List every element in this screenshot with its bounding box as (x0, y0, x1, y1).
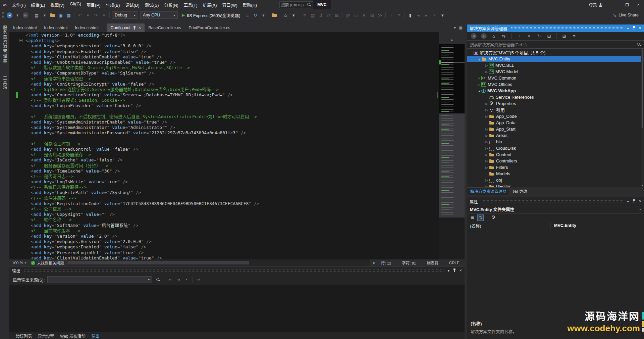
toolbar-duplicate-icon[interactable]: ≫ (376, 11, 384, 19)
panel-tab--[interactable]: 错误列表 (13, 332, 35, 339)
sign-in-button[interactable]: 登录 (589, 2, 602, 8)
pin-icon[interactable] (632, 199, 636, 203)
tree-item-Service-References[interactable]: Service References (467, 94, 644, 100)
code-line-32[interactable]: <add key="RegistrationCode" value="17C42… (25, 201, 439, 206)
panel-tab--[interactable]: 异常设置 (35, 332, 57, 339)
debug-config-select[interactable]: Debug▾ (112, 11, 138, 19)
property-row[interactable]: (名称)MVC.Entity (467, 222, 644, 229)
menu-item-4[interactable]: 项目(P) (84, 0, 103, 10)
collapsed-arrow-icon[interactable]: ▷ (484, 159, 489, 163)
sidebar-tab-server-explorer[interactable]: 服务器资源管理器 (2, 26, 8, 63)
scroll-up-icon[interactable]: ▲ (450, 38, 453, 41)
code-line-6[interactable]: <add key="UnobtrusiveJavaScriptEnabled" … (25, 60, 439, 65)
se-pending-changes-icon[interactable]: ◔ (515, 33, 523, 40)
se-back-icon[interactable]: ◀ (470, 33, 477, 40)
menu-item-7[interactable]: 测试(S) (142, 0, 162, 10)
code-line-11[interactable]: <!-- SqlServer连接字符串:Server=服务器地址;Databas… (25, 87, 439, 92)
menu-item-0[interactable]: 文件(F) (9, 0, 29, 10)
tree-item-App_Start[interactable]: ▷App_Start (467, 126, 644, 132)
menu-item-3[interactable]: Git(G) (67, 0, 84, 10)
close-button[interactable]: × (633, 0, 644, 9)
tree-scrollbar[interactable]: ▾ (641, 49, 644, 187)
editor-tab-printformcontroller-cs[interactable]: PrintFormController.cs (185, 23, 234, 32)
menu-item-11[interactable]: 窗口(W) (219, 0, 240, 10)
collapsed-arrow-icon[interactable]: ▷ (484, 134, 489, 137)
code-line-2[interactable]: <appSettings> (25, 38, 439, 43)
toolbar-outline-icon[interactable]: ≡ (301, 11, 308, 19)
toolbar-clear-bookmarks-icon[interactable]: × (431, 11, 438, 19)
editor-tab-config-xml[interactable]: Config.xml× (107, 23, 145, 32)
se-pending-dropdown-icon[interactable]: ▾ (525, 33, 533, 40)
pin-icon[interactable] (453, 269, 456, 273)
collapsed-arrow-icon[interactable]: ▷ (484, 102, 489, 105)
tree-item-CloudDisk[interactable]: ▷CloudDisk (467, 145, 644, 151)
tab-git-changes[interactable]: Git 更改 (510, 187, 530, 195)
se-collapse-all-icon[interactable]: ⊟ (545, 33, 553, 40)
close-icon[interactable]: × (460, 268, 462, 273)
toolbar-save-icon[interactable]: ▣ (57, 11, 64, 19)
se-switch-views-icon[interactable]: ⇆ (500, 33, 507, 40)
toolbar-bookmark-icon[interactable]: ▮ (407, 11, 414, 19)
tree-item-Filters[interactable]: ▷Filters (467, 164, 644, 171)
code-line-7[interactable]: <!-- 默认数据库软件类型：Oracle,SqlServer,MySql,Ac… (25, 65, 439, 70)
code-line-18[interactable]: <add key="SystemAdministrator" value="Ad… (25, 125, 439, 130)
collapsed-arrow-icon[interactable]: ▷ (484, 128, 489, 131)
code-line-35[interactable]: <!-- 软件名称 --> (25, 217, 439, 223)
code-line-20[interactable] (25, 136, 439, 141)
toolbar-move-lines-icon[interactable]: ⇵ (317, 11, 324, 19)
toolbar-nav-back-dropdown-icon[interactable]: ▾ (14, 11, 21, 19)
collapsed-arrow-icon[interactable]: ▷ (484, 147, 489, 150)
code-line-23[interactable]: <!-- 是否启动服务器缓存--> (25, 152, 439, 157)
toolbar-save-all-icon[interactable]: ▦ (65, 11, 72, 19)
toolbar-comment-icon[interactable]: A (360, 11, 368, 19)
menu-item-5[interactable]: 生成(B) (103, 0, 123, 10)
collapsed-arrow-icon[interactable]: ▷ (484, 70, 489, 74)
split-editor-handle[interactable] (448, 35, 455, 37)
code-line-38[interactable]: <add key="Version" value="2.0" /> (25, 234, 439, 239)
toolbar-next-bookmark-icon[interactable]: ▸ (423, 11, 430, 19)
toolbar-navigate-symbols-icon[interactable]: ⇄ (325, 11, 332, 19)
solution-search-input[interactable]: 搜索解决方案资源管理器(Ctrl+;) (467, 41, 644, 49)
editor-tab-index-cshtml[interactable]: Index.cshtml (71, 23, 102, 32)
se-refresh-icon[interactable]: ↻ (535, 33, 543, 40)
toolbar-indent-decrease-icon[interactable]: ⋮ (387, 11, 395, 19)
code-line-1[interactable]: <?xml version="1.0" encoding="utf-8"?> (25, 33, 439, 38)
code-line-36[interactable]: <add key="SoftName" value="后台管理系统" /> (25, 223, 439, 228)
code-line-8[interactable]: <add key="ComponentDbType" value="SqlSer… (25, 70, 439, 76)
code-line-9[interactable]: <!-- 连接字符串是否加密--> (25, 76, 439, 82)
toolbar-change-case-icon[interactable]: ⊟ (368, 11, 376, 19)
code-line-13[interactable]: <!-- 登陆提供者模式：Session、Cookie--> (25, 98, 439, 103)
collapsed-arrow-icon[interactable]: ▷ (484, 179, 489, 182)
toolbar-toolbar-overflow-icon[interactable]: ▾ (290, 11, 297, 19)
code-line-25[interactable]: <!-- 服务器缓存设置时间（分钟）--> (25, 163, 439, 168)
close-icon[interactable]: × (139, 25, 141, 30)
collapsed-arrow-icon[interactable]: ▷ (484, 140, 489, 144)
se-forward-icon[interactable]: ▶ (480, 33, 487, 40)
code-line-15[interactable] (25, 109, 439, 114)
code-line-14[interactable]: <add key="LoginProvider" value="Cookie" … (25, 103, 439, 108)
clear-all-icon[interactable]: × (183, 276, 190, 283)
expanded-arrow-icon[interactable]: ◢ (477, 57, 481, 61)
code-content[interactable]: <?xml version="1.0" encoding="utf-8"?><a… (9, 32, 439, 259)
toolbar-snippet-icon[interactable]: @ (344, 11, 352, 19)
code-line-33[interactable]: <!-- 公司信息 --> (25, 206, 439, 212)
code-line-22[interactable]: <add key="ForcedControl" value="false" /… (25, 147, 439, 152)
code-line-30[interactable]: <add key="LogFilePath" value="/SysLog/" … (25, 190, 439, 195)
close-icon[interactable]: × (639, 26, 641, 31)
toolbar-hierarchy-icon[interactable]: ⊞ (333, 11, 340, 19)
code-line-27[interactable]: <!-- 是否写日志--> (25, 174, 439, 179)
code-line-26[interactable]: <add key="TimeCache" value="30" /> (25, 168, 439, 174)
chevron-down-icon[interactable]: ▾ (627, 200, 629, 203)
code-line-12[interactable]: <add key="ConnectionString" value="Serve… (25, 92, 439, 98)
chevron-down-icon[interactable]: ▾ (448, 269, 449, 273)
code-line-10[interactable]: <add key="ConStringDESEncrypt" value="fa… (25, 82, 439, 87)
status-tabs-mode[interactable]: 制表符 (427, 260, 438, 265)
menu-item-10[interactable]: 扩展(X) (200, 0, 220, 10)
editor-tab-index-cshtml[interactable]: Index.cshtml (9, 23, 40, 32)
code-line-17[interactable]: <add key="SystemAdministratorEnable" val… (25, 119, 439, 125)
editor-tab-index-cshtml[interactable]: Index.cshtml (40, 23, 71, 32)
editor-tab-basecontroller-cs[interactable]: BaseController.cs (145, 23, 185, 32)
menu-item-9[interactable]: 工具(T) (181, 0, 200, 10)
tree-item-MVC-BLL[interactable]: ▷C#MVC.BLL (467, 62, 644, 68)
menu-item-8[interactable]: 分析(N) (161, 0, 181, 10)
